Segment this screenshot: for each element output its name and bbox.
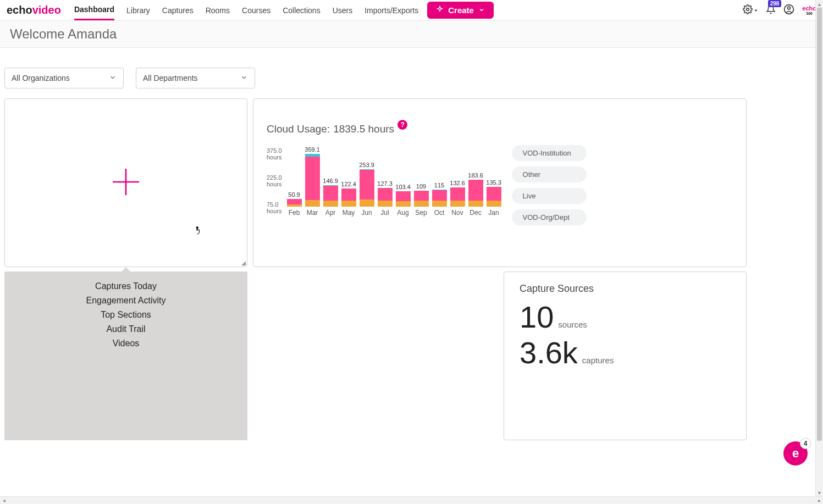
scroll-left-arrow-icon[interactable]: ◂	[0, 497, 8, 505]
main-nav: DashboardLibraryCapturesRoomsCoursesColl…	[74, 0, 418, 20]
bar-segment	[287, 199, 302, 204]
bar-column: 122.4May	[341, 181, 357, 217]
add-menu-item[interactable]: Top Sections	[4, 308, 247, 322]
captures-metric: 3.6k captures	[520, 335, 731, 370]
bar[interactable]	[305, 154, 320, 207]
horizontal-scrollbar[interactable]: ◂ ▸	[0, 496, 823, 504]
bar-segment	[396, 191, 411, 201]
organization-select[interactable]: All Organizations	[4, 68, 124, 88]
x-tick: Nov	[451, 209, 463, 217]
nav-captures[interactable]: Captures	[162, 0, 194, 20]
bar-segment	[378, 188, 393, 201]
bar-column: 183.6Dec	[468, 172, 484, 217]
notifications-button[interactable]: 298	[766, 4, 776, 16]
create-button[interactable]: Create	[427, 2, 494, 19]
add-menu-item[interactable]: Engagement Activity	[4, 293, 247, 308]
organization-select-value: All Organizations	[12, 74, 70, 82]
legend-item[interactable]: VOD-Institution	[512, 145, 587, 161]
add-menu-item[interactable]: Audit Trail	[4, 322, 247, 336]
echo-e-icon: e	[792, 446, 799, 461]
add-menu-item[interactable]: Captures Today	[4, 279, 247, 293]
nav-imports-exports[interactable]: Imports/Exports	[364, 0, 418, 20]
bar[interactable]	[323, 185, 338, 207]
echo360-logo[interactable]: echo360	[802, 5, 816, 15]
bar[interactable]	[378, 188, 393, 207]
vertical-scrollbar[interactable]: ▴ ▾	[815, 0, 823, 496]
help-float-button[interactable]: e 4	[783, 441, 808, 466]
scroll-down-arrow-icon[interactable]: ▾	[816, 489, 823, 496]
bar-value-label: 183.6	[468, 172, 483, 179]
help-icon[interactable]: ?	[397, 120, 407, 130]
nav-users[interactable]: Users	[333, 0, 353, 20]
nav-rooms[interactable]: Rooms	[206, 0, 230, 20]
create-label: Create	[448, 5, 474, 15]
scroll-right-arrow-icon[interactable]: ▸	[815, 497, 823, 505]
svg-point-0	[747, 8, 749, 11]
bar[interactable]	[360, 169, 374, 207]
capture-sources-panel: Capture Sources 10 sources 3.6k captures	[504, 272, 747, 440]
chevron-down-icon	[478, 5, 485, 15]
bar-column: 132.6Nov	[450, 180, 466, 217]
user-icon	[783, 4, 794, 16]
x-tick: Jul	[380, 209, 389, 217]
bar-value-label: 103.4	[395, 184, 411, 190]
bar-segment	[432, 190, 447, 201]
bar[interactable]	[396, 191, 411, 207]
usage-total: 1839.5 hours	[333, 123, 394, 135]
legend: VOD-InstitutionOtherLiveVOD-Org/Dept	[512, 145, 587, 225]
welcome-name: Amanda	[68, 26, 117, 41]
scroll-up-arrow-icon[interactable]: ▴	[816, 0, 823, 8]
bar-segment	[305, 157, 320, 200]
bar-value-label: 127.3	[377, 180, 393, 187]
bar-segment	[287, 204, 302, 207]
legend-item[interactable]: Live	[512, 188, 587, 204]
nav-courses[interactable]: Courses	[242, 0, 270, 20]
logo[interactable]: echovideo	[7, 4, 61, 16]
bar[interactable]	[414, 191, 429, 207]
bar[interactable]	[432, 190, 447, 207]
nav-collections[interactable]: Collections	[283, 0, 320, 20]
x-tick: Oct	[434, 209, 445, 217]
bar[interactable]	[468, 180, 483, 207]
bar-segment	[305, 200, 320, 207]
add-widget-panel[interactable]	[4, 98, 247, 267]
bar[interactable]	[487, 187, 501, 207]
x-tick: Feb	[289, 209, 300, 217]
bar-value-label: 359.1	[305, 146, 320, 153]
logo-echo: echo	[7, 4, 32, 16]
y-tick: 75.0hours	[267, 201, 282, 214]
add-widget-menu: Captures TodayEngagement ActivityTop Sec…	[4, 272, 247, 440]
vscroll-track[interactable]	[816, 8, 823, 489]
x-tick: Mar	[307, 209, 318, 217]
bar-segment	[360, 170, 374, 200]
nav-library[interactable]: Library	[126, 0, 150, 20]
nav-dashboard[interactable]: Dashboard	[74, 0, 114, 20]
cloud-usage-title: Cloud Usage: 1839.5 hours ?	[267, 123, 733, 135]
bar-segment	[432, 201, 447, 207]
chevron-down-icon	[240, 74, 248, 83]
department-select[interactable]: All Departments	[136, 68, 255, 88]
bar-segment	[396, 201, 411, 207]
y-tick: 225.0hours	[267, 174, 282, 187]
bar-column: 127.3Jul	[377, 180, 393, 217]
x-tick: Aug	[397, 209, 408, 217]
bar-segment	[360, 200, 374, 207]
bar[interactable]	[287, 199, 302, 207]
resize-handle-icon[interactable]	[241, 261, 246, 265]
profile-button[interactable]	[783, 4, 794, 16]
svg-point-3	[788, 7, 791, 9]
topbar: echovideo DashboardLibraryCapturesRoomsC…	[0, 0, 823, 21]
vscroll-thumb[interactable]	[817, 8, 822, 441]
bar-column: 50.9Feb	[286, 191, 302, 217]
sparkle-icon	[436, 5, 444, 15]
plus-icon	[108, 164, 143, 202]
department-select-value: All Departments	[143, 74, 198, 82]
legend-item[interactable]: Other	[512, 167, 587, 182]
bar[interactable]	[341, 189, 356, 207]
y-tick: 375.0hours	[267, 147, 282, 160]
legend-item[interactable]: VOD-Org/Dept	[512, 209, 587, 225]
settings-button[interactable]	[743, 4, 758, 16]
bar-segment	[323, 186, 338, 201]
bar[interactable]	[450, 187, 465, 207]
add-menu-item[interactable]: Videos	[4, 336, 247, 351]
